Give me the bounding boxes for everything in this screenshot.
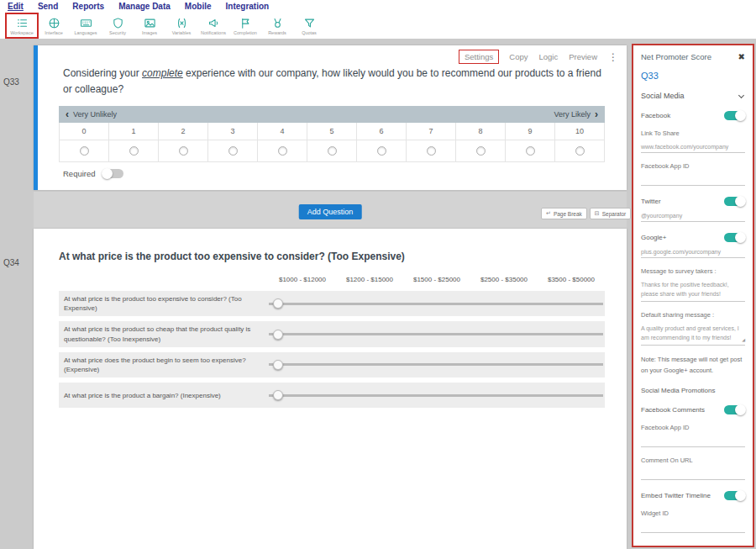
slider-handle[interactable] — [273, 390, 283, 400]
toolbar-item-interface[interactable]: Interface — [38, 13, 70, 38]
panel-text-input[interactable]: @yourcompany — [641, 211, 745, 222]
q34-row-label: At what price does the product begin to … — [59, 352, 269, 377]
close-icon[interactable]: ✖ — [738, 52, 745, 61]
radio-button[interactable] — [328, 146, 337, 156]
preview-button[interactable]: Preview — [569, 52, 597, 61]
toggle-knob — [735, 232, 746, 243]
radio-button[interactable] — [427, 146, 436, 156]
toggle-switch[interactable] — [724, 491, 745, 500]
radio-button[interactable] — [575, 146, 585, 156]
toolbar-item-security[interactable]: Security — [102, 13, 134, 38]
panel-textarea[interactable]: A quality product and great services, I … — [641, 323, 745, 346]
completion-icon — [239, 17, 252, 29]
panel-text-input[interactable] — [641, 439, 745, 447]
q33-action-bar: Settings Copy Logic Preview ⋮ — [459, 50, 618, 63]
nps-radio-cell — [109, 140, 159, 162]
required-toggle[interactable] — [102, 169, 123, 178]
radio-button[interactable] — [129, 146, 139, 156]
toolbar-item-label: Rewards — [268, 30, 286, 35]
separator-button[interactable]: ⊟ Separator — [590, 208, 631, 219]
slider-handle[interactable] — [273, 298, 283, 309]
add-question-button[interactable]: Add Question — [299, 204, 362, 219]
toolbar-item-label: Interface — [45, 30, 62, 35]
survey-canvas: Q33 Q34 Settings Copy Logic Preview ⋮ Co… — [0, 39, 633, 549]
page-break-label: Page Break — [554, 211, 582, 217]
radio-button[interactable] — [377, 146, 386, 156]
q34-column-headers: $1000 - $12000$1200 - $15000$1500 - $250… — [269, 276, 605, 283]
panel-toggle-label: Facebook Comments — [641, 406, 705, 414]
menu-item-reports[interactable]: Reports — [72, 2, 104, 11]
menu-item-mobile[interactable]: Mobile — [185, 2, 212, 11]
toggle-knob — [735, 110, 746, 121]
toolbar-item-label: Workspace — [10, 30, 33, 35]
q34-slider-row: At what price is the product too expensi… — [59, 291, 605, 316]
toolbar-item-rewards[interactable]: Rewards — [261, 13, 293, 38]
nps-scale-value: 6 — [357, 123, 407, 140]
slider-handle[interactable] — [273, 360, 283, 370]
panel-text-input[interactable] — [641, 472, 745, 480]
nps-radio-cell — [555, 140, 605, 162]
toggle-switch[interactable] — [724, 405, 745, 414]
chevron-left-icon[interactable]: ‹ — [66, 108, 69, 120]
q33-question-card: Settings Copy Logic Preview ⋮ Considerin… — [34, 45, 627, 190]
settings-button[interactable]: Settings — [459, 50, 498, 63]
menu-item-manage-data[interactable]: Manage Data — [118, 2, 171, 11]
chevron-down-icon — [738, 92, 744, 98]
menu-item-edit[interactable]: Edit — [8, 2, 24, 11]
q34-slider — [269, 383, 603, 408]
toolbar-item-notifications[interactable]: Notifications — [197, 13, 229, 38]
panel-text-input[interactable] — [641, 177, 745, 186]
radio-button[interactable] — [278, 146, 287, 156]
separator-label: Separator — [602, 211, 627, 217]
toolbar-item-label: Quotas — [302, 30, 317, 35]
panel-textarea[interactable]: Thanks for the positive feedback!, pleas… — [641, 279, 745, 302]
nps-left-anchor[interactable]: ‹ Very Unlikely — [66, 108, 117, 120]
toggle-switch[interactable] — [724, 111, 745, 120]
q34-column-header: $3500 - $50000 — [538, 276, 605, 283]
toolbar-item-completion[interactable]: Completion — [229, 13, 261, 38]
copy-button[interactable]: Copy — [509, 52, 528, 61]
panel-text-input[interactable]: plus.google.com/yourcompany — [641, 247, 745, 258]
radio-button[interactable] — [526, 146, 535, 156]
nps-radio-cell — [307, 140, 357, 162]
nps-scale-header: ‹ Very Unlikely Very Likely › — [59, 106, 605, 123]
nps-left-label: Very Unlikely — [73, 110, 117, 119]
page-break-button[interactable]: ↵ Page Break — [541, 208, 587, 219]
q34-row-label: At what price is the product so cheap th… — [59, 321, 269, 346]
toolbar-item-variables[interactable]: Variables — [165, 13, 197, 38]
chevron-right-icon[interactable]: › — [595, 108, 598, 120]
resize-handle-icon: ◢ — [742, 337, 745, 344]
panel-fields: FacebookLink To Sharewww.facebook.com/yo… — [641, 111, 745, 533]
q34-slider — [269, 291, 603, 316]
toolbar-item-languages[interactable]: Languages — [70, 13, 102, 38]
panel-toggle-label: Embed Twitter Timeline — [641, 492, 711, 499]
radio-button[interactable] — [80, 146, 89, 156]
toolbar: WorkspaceInterfaceLanguagesSecurityImage… — [0, 13, 756, 39]
slider-track — [269, 303, 603, 305]
nps-scale-value: 10 — [555, 123, 605, 140]
toolbar-item-images[interactable]: Images — [134, 13, 165, 38]
slider-handle[interactable] — [273, 330, 283, 340]
q34-slider-row: At what price is the product so cheap th… — [59, 321, 605, 346]
dropdown-label: Social Media — [641, 92, 685, 100]
radio-button[interactable] — [179, 146, 188, 156]
radio-button[interactable] — [476, 146, 486, 156]
nps-right-anchor[interactable]: Very Likely › — [554, 108, 598, 120]
nps-radio-cell — [456, 140, 506, 162]
toolbar-item-workspace[interactable]: Workspace — [6, 13, 38, 38]
toggle-switch[interactable] — [724, 233, 745, 242]
radio-button[interactable] — [228, 146, 238, 156]
rewards-icon — [271, 17, 284, 29]
q33-text-emphasis: complete — [142, 67, 183, 79]
panel-text-input[interactable] — [641, 525, 745, 533]
more-options-icon[interactable]: ⋮ — [608, 51, 618, 63]
toolbar-item-quotas[interactable]: Quotas — [293, 13, 325, 38]
menu-item-send[interactable]: Send — [38, 2, 58, 11]
panel-text-input[interactable]: www.facebook.com/yourcompany — [641, 142, 745, 153]
toggle-switch[interactable] — [724, 197, 745, 206]
page-break-icon: ↵ — [546, 210, 551, 217]
social-media-dropdown[interactable]: Social Media — [641, 92, 745, 100]
logic-button[interactable]: Logic — [538, 52, 558, 61]
menu-item-integration[interactable]: Integration — [226, 2, 270, 11]
panel-toggle-google: Google+ — [641, 233, 745, 242]
